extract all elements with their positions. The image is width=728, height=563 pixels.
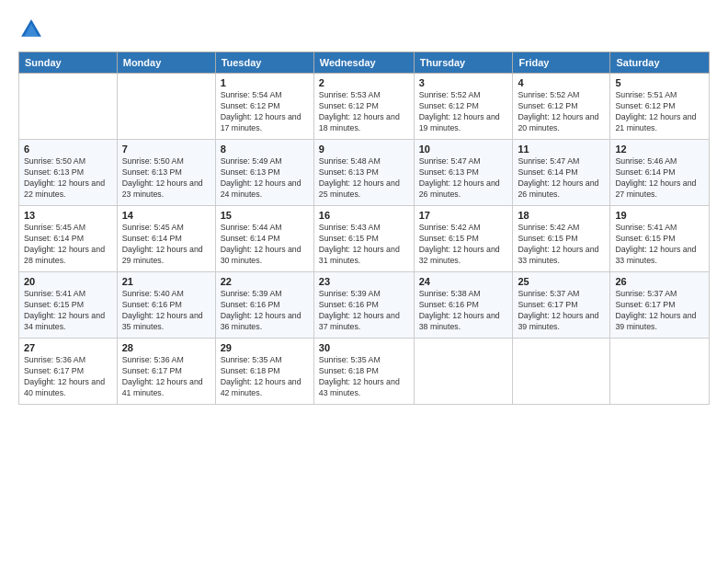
day-number: 29	[221, 342, 309, 353]
calendar-cell	[610, 339, 710, 405]
calendar-header-saturday: Saturday	[610, 52, 710, 74]
day-number: 30	[319, 342, 409, 353]
calendar-cell: 18Sunrise: 5:42 AM Sunset: 6:15 PM Dayli…	[513, 206, 610, 272]
page: SundayMondayTuesdayWednesdayThursdayFrid…	[0, 0, 728, 563]
day-number: 25	[518, 276, 605, 287]
calendar-cell: 16Sunrise: 5:43 AM Sunset: 6:15 PM Dayli…	[313, 206, 414, 272]
calendar-cell	[414, 339, 513, 405]
day-info: Sunrise: 5:43 AM Sunset: 6:15 PM Dayligh…	[319, 223, 409, 267]
day-number: 17	[419, 210, 508, 221]
day-number: 26	[615, 276, 704, 287]
calendar-cell: 21Sunrise: 5:40 AM Sunset: 6:16 PM Dayli…	[117, 272, 215, 339]
calendar-week-row: 20Sunrise: 5:41 AM Sunset: 6:15 PM Dayli…	[19, 272, 710, 339]
calendar-cell: 27Sunrise: 5:36 AM Sunset: 6:17 PM Dayli…	[19, 339, 118, 405]
day-info: Sunrise: 5:49 AM Sunset: 6:13 PM Dayligh…	[221, 156, 309, 201]
calendar-cell: 6Sunrise: 5:50 AM Sunset: 6:13 PM Daylig…	[19, 140, 118, 206]
calendar-cell: 4Sunrise: 5:52 AM Sunset: 6:12 PM Daylig…	[513, 74, 610, 140]
day-info: Sunrise: 5:42 AM Sunset: 6:15 PM Dayligh…	[518, 223, 605, 267]
day-number: 24	[419, 276, 508, 287]
calendar-cell: 28Sunrise: 5:36 AM Sunset: 6:17 PM Dayli…	[117, 339, 215, 405]
day-number: 15	[221, 210, 309, 221]
day-number: 2	[319, 77, 409, 88]
day-info: Sunrise: 5:47 AM Sunset: 6:13 PM Dayligh…	[419, 156, 508, 201]
day-number: 10	[419, 144, 508, 155]
calendar-cell: 8Sunrise: 5:49 AM Sunset: 6:13 PM Daylig…	[215, 140, 313, 206]
day-info: Sunrise: 5:39 AM Sunset: 6:16 PM Dayligh…	[221, 289, 309, 333]
header	[18, 17, 710, 42]
calendar-header-monday: Monday	[117, 52, 215, 74]
day-number: 3	[419, 77, 508, 88]
calendar-header-friday: Friday	[513, 52, 610, 74]
calendar-cell: 26Sunrise: 5:37 AM Sunset: 6:17 PM Dayli…	[610, 272, 710, 339]
calendar-cell: 12Sunrise: 5:46 AM Sunset: 6:14 PM Dayli…	[610, 140, 710, 206]
day-number: 8	[221, 144, 309, 155]
day-info: Sunrise: 5:42 AM Sunset: 6:15 PM Dayligh…	[419, 223, 508, 267]
day-info: Sunrise: 5:40 AM Sunset: 6:16 PM Dayligh…	[122, 289, 210, 333]
logo	[18, 17, 48, 42]
calendar-cell: 1Sunrise: 5:54 AM Sunset: 6:12 PM Daylig…	[215, 74, 313, 140]
day-info: Sunrise: 5:36 AM Sunset: 6:17 PM Dayligh…	[122, 355, 210, 399]
day-info: Sunrise: 5:52 AM Sunset: 6:12 PM Dayligh…	[518, 90, 605, 134]
day-info: Sunrise: 5:46 AM Sunset: 6:14 PM Dayligh…	[615, 156, 704, 201]
day-number: 16	[319, 210, 409, 221]
day-number: 9	[319, 144, 409, 155]
calendar-cell: 20Sunrise: 5:41 AM Sunset: 6:15 PM Dayli…	[19, 272, 118, 339]
day-number: 20	[24, 276, 112, 287]
calendar-cell: 7Sunrise: 5:50 AM Sunset: 6:13 PM Daylig…	[117, 140, 215, 206]
calendar-cell: 22Sunrise: 5:39 AM Sunset: 6:16 PM Dayli…	[215, 272, 313, 339]
calendar-cell: 9Sunrise: 5:48 AM Sunset: 6:13 PM Daylig…	[313, 140, 414, 206]
day-number: 11	[518, 144, 605, 155]
calendar-cell: 11Sunrise: 5:47 AM Sunset: 6:14 PM Dayli…	[513, 140, 610, 206]
day-info: Sunrise: 5:35 AM Sunset: 6:18 PM Dayligh…	[319, 355, 409, 399]
calendar-cell: 24Sunrise: 5:38 AM Sunset: 6:16 PM Dayli…	[414, 272, 513, 339]
day-number: 13	[24, 210, 112, 221]
calendar-cell: 5Sunrise: 5:51 AM Sunset: 6:12 PM Daylig…	[610, 74, 710, 140]
day-info: Sunrise: 5:50 AM Sunset: 6:13 PM Dayligh…	[24, 156, 112, 201]
day-number: 1	[221, 77, 309, 88]
day-number: 22	[221, 276, 309, 287]
calendar-header-wednesday: Wednesday	[313, 52, 414, 74]
day-info: Sunrise: 5:54 AM Sunset: 6:12 PM Dayligh…	[221, 90, 309, 134]
calendar-cell: 30Sunrise: 5:35 AM Sunset: 6:18 PM Dayli…	[313, 339, 414, 405]
day-info: Sunrise: 5:37 AM Sunset: 6:17 PM Dayligh…	[518, 289, 605, 333]
day-number: 4	[518, 77, 605, 88]
calendar-cell	[117, 74, 215, 140]
day-number: 21	[122, 276, 210, 287]
calendar-cell: 17Sunrise: 5:42 AM Sunset: 6:15 PM Dayli…	[414, 206, 513, 272]
calendar-week-row: 13Sunrise: 5:45 AM Sunset: 6:14 PM Dayli…	[19, 206, 710, 272]
day-number: 7	[122, 144, 210, 155]
day-info: Sunrise: 5:39 AM Sunset: 6:16 PM Dayligh…	[319, 289, 409, 333]
day-info: Sunrise: 5:45 AM Sunset: 6:14 PM Dayligh…	[122, 223, 210, 267]
calendar-week-row: 6Sunrise: 5:50 AM Sunset: 6:13 PM Daylig…	[19, 140, 710, 206]
day-number: 19	[615, 210, 704, 221]
day-info: Sunrise: 5:48 AM Sunset: 6:13 PM Dayligh…	[319, 156, 409, 201]
day-number: 23	[319, 276, 409, 287]
calendar-header-thursday: Thursday	[414, 52, 513, 74]
day-number: 5	[615, 77, 704, 88]
day-info: Sunrise: 5:51 AM Sunset: 6:12 PM Dayligh…	[615, 90, 704, 134]
day-info: Sunrise: 5:50 AM Sunset: 6:13 PM Dayligh…	[122, 156, 210, 201]
calendar-header-row: SundayMondayTuesdayWednesdayThursdayFrid…	[19, 52, 710, 74]
day-info: Sunrise: 5:44 AM Sunset: 6:14 PM Dayligh…	[221, 223, 309, 267]
calendar-cell: 25Sunrise: 5:37 AM Sunset: 6:17 PM Dayli…	[513, 272, 610, 339]
calendar-week-row: 1Sunrise: 5:54 AM Sunset: 6:12 PM Daylig…	[19, 74, 710, 140]
day-info: Sunrise: 5:53 AM Sunset: 6:12 PM Dayligh…	[319, 90, 409, 134]
day-number: 14	[122, 210, 210, 221]
day-number: 27	[24, 342, 112, 353]
calendar-header-sunday: Sunday	[19, 52, 118, 74]
day-info: Sunrise: 5:36 AM Sunset: 6:17 PM Dayligh…	[24, 355, 112, 399]
day-number: 28	[122, 342, 210, 353]
day-info: Sunrise: 5:41 AM Sunset: 6:15 PM Dayligh…	[615, 223, 704, 267]
logo-icon	[18, 17, 44, 42]
calendar-cell: 2Sunrise: 5:53 AM Sunset: 6:12 PM Daylig…	[313, 74, 414, 140]
calendar-cell: 23Sunrise: 5:39 AM Sunset: 6:16 PM Dayli…	[313, 272, 414, 339]
calendar-cell	[513, 339, 610, 405]
calendar-header-tuesday: Tuesday	[215, 52, 313, 74]
calendar-cell: 15Sunrise: 5:44 AM Sunset: 6:14 PM Dayli…	[215, 206, 313, 272]
calendar-week-row: 27Sunrise: 5:36 AM Sunset: 6:17 PM Dayli…	[19, 339, 710, 405]
calendar-cell: 14Sunrise: 5:45 AM Sunset: 6:14 PM Dayli…	[117, 206, 215, 272]
day-info: Sunrise: 5:52 AM Sunset: 6:12 PM Dayligh…	[419, 90, 508, 134]
day-info: Sunrise: 5:47 AM Sunset: 6:14 PM Dayligh…	[518, 156, 605, 201]
day-info: Sunrise: 5:38 AM Sunset: 6:16 PM Dayligh…	[419, 289, 508, 333]
day-number: 6	[24, 144, 112, 155]
